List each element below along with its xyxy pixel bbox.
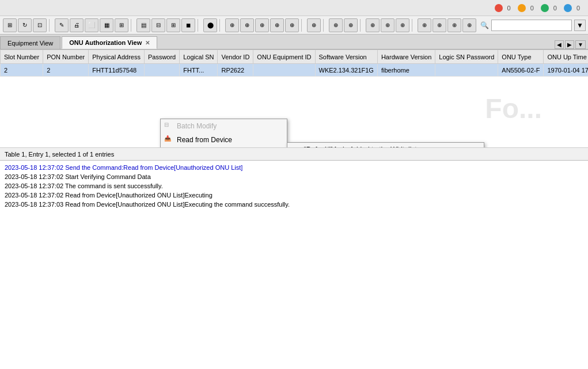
log-line-3: 2023-05-18 12:37:02 The command is sent … [5,181,583,191]
traffic-light-green[interactable] [541,4,549,12]
cell-hardware: fiberhome [377,64,435,77]
toolbar-btn-12[interactable]: ◼ [181,18,195,32]
title-controls: 0 0 0 0 [495,4,584,12]
toolbar-btn-7[interactable]: ▦ [100,18,113,32]
log-line-5: 2023-05-18 12:37:03 Read from Device[Una… [5,200,583,209]
tl-green-label: 0 [553,5,557,12]
submenu: as"Default"Mode Added to the Whitelist a… [287,142,484,147]
submenu-item-default[interactable]: as"Default"Mode Added to the Whitelist [287,143,484,147]
table-container: Slot Number PON Number Physical Address … [0,50,588,147]
toolbar-btn-27[interactable]: ⊕ [447,18,461,32]
watermark: Fo... [485,93,542,124]
toolbar-sep-4 [219,19,223,32]
toolbar-btn-21[interactable]: ⊕ [344,18,358,32]
toolbar-sep-5 [301,19,305,32]
search-dropdown[interactable]: ▼ [574,20,586,31]
traffic-light-red[interactable] [495,4,503,12]
col-pon: PON Number [43,50,89,64]
toolbar-btn-28[interactable]: ⊕ [462,18,476,32]
title-bar: 0 0 0 0 [0,0,588,16]
search-icon: 🔍 [480,21,489,29]
log-line-1: 2023-05-18 12:37:02 Send the Command:Rea… [5,163,583,172]
cell-logic-sn [435,64,498,77]
tab-onu-label: ONU Authorization View [69,39,142,46]
toolbar-btn-9[interactable]: ▤ [136,18,150,32]
read-from-device-icon: 📥 [164,135,173,144]
col-vendor: Vendor ID [218,50,253,64]
menu-item-read-from-device[interactable]: 📥 Read from Device [161,133,287,147]
toolbar-btn-15[interactable]: ⊕ [240,18,254,32]
toolbar-btn-4[interactable]: ✎ [55,18,69,32]
log-line-2: 2023-05-18 12:37:02 Start Verifying Comm… [5,172,583,181]
toolbar-sep-8 [412,19,415,32]
toolbar-btn-18[interactable]: ⊕ [285,18,299,32]
toolbar-sep-3 [198,19,201,32]
toolbar-btn-22[interactable]: ⊕ [366,18,380,32]
toolbar-btn-5[interactable]: 🖨 [70,18,84,32]
col-physical: Physical Address [89,50,145,64]
cell-vendor: RP2622 [218,64,253,77]
col-password: Password [144,50,179,64]
traffic-light-yellow[interactable] [518,4,526,12]
menu-item-batch-modify[interactable]: ⊟ Batch Modify [161,119,287,133]
tab-nav-next[interactable]: ▶ [565,40,574,49]
tab-onu-authorization-view[interactable]: ONU Authorization View ✕ [62,36,157,49]
toolbar-btn-14[interactable]: ⊕ [225,18,239,32]
toolbar-btn-3[interactable]: ⊡ [33,18,47,32]
col-hardware: Hardware Version [377,50,435,64]
toolbar-btn-17[interactable]: ⊕ [270,18,284,32]
tab-close-icon[interactable]: ✕ [145,40,150,46]
menu-item-create-on-device[interactable]: ➕ Create on Device [161,147,287,147]
toolbar-btn-26[interactable]: ⊕ [433,18,446,32]
cell-logical: FHTT... [180,64,218,77]
tl-blue-label: 0 [576,5,580,12]
submenu-default-label: as"Default"Mode Added to the Whitelist [297,146,417,147]
toolbar-btn-13[interactable]: ⬤ [203,18,217,32]
menu-item-read-label: Read from Device [177,136,232,144]
tl-red-label: 0 [507,5,511,12]
toolbar-btn-16[interactable]: ⊕ [255,18,269,32]
toolbar-btn-24[interactable]: ⊕ [396,18,409,32]
tab-equipment-view-label: Equipment View [7,40,53,47]
main-content: Slot Number PON Number Physical Address … [0,50,588,369]
toolbar-btn-8[interactable]: ⊞ [115,18,128,32]
cell-slot: 2 [1,64,43,77]
col-logic-sn: Logic SN Password [435,50,498,64]
tab-nav-prev[interactable]: ◀ [555,40,564,49]
cell-onu-equipment [253,64,315,77]
toolbar-btn-10[interactable]: ⊟ [151,18,165,32]
toolbar-btn-19[interactable]: ⊕ [307,18,321,32]
toolbar-btn-2[interactable]: ↻ [18,18,32,32]
toolbar-btn-1[interactable]: ⊞ [3,18,17,32]
log-line-4: 2023-05-18 12:37:02 Read from Device[Una… [5,191,583,200]
tab-bar: Equipment View ONU Authorization View ✕ … [0,35,588,50]
toolbar-sep-1 [49,19,52,32]
toolbar-btn-11[interactable]: ⊞ [166,18,180,32]
status-text: Table 1, Entry 1, selected 1 of 1 entrie… [5,151,114,158]
table-row[interactable]: 2 2 FHTT11d57548 FHTT... RP2622 WKE2.134… [1,64,589,77]
status-bar: Table 1, Entry 1, selected 1 of 1 entrie… [0,147,588,160]
cell-onu-up-time: 1970-01-04 17:57:37 [544,64,588,77]
data-table: Slot Number PON Number Physical Address … [0,50,588,77]
cell-pon: 2 [43,64,89,77]
traffic-light-blue[interactable] [564,4,572,12]
toolbar-sep-2 [131,19,134,32]
tab-equipment-view[interactable]: Equipment View [0,36,60,49]
toolbar-btn-20[interactable]: ⊕ [329,18,343,32]
tab-nav-menu[interactable]: ▼ [575,40,586,49]
toolbar-btn-6[interactable]: ⬜ [85,18,98,32]
toolbar-sep-6 [323,19,327,32]
tab-nav: ◀ ▶ ▼ [555,40,588,49]
batch-modify-icon: ⊟ [164,121,173,131]
search-input[interactable] [491,20,572,31]
toolbar-btn-23[interactable]: ⊕ [381,18,394,32]
log-area: 2023-05-18 12:37:02 Send the Command:Rea… [0,160,588,369]
table-header-row: Slot Number PON Number Physical Address … [1,50,589,64]
col-software: Software Version [315,50,377,64]
menu-item-batch-modify-label: Batch Modify [177,122,217,130]
toolbar-btn-25[interactable]: ⊕ [418,18,431,32]
cell-software: WKE2.134.321F1G [315,64,377,77]
toolbar-sep-7 [360,19,363,32]
col-onu-equipment: ONU Equipment ID [253,50,315,64]
context-menu: ⊟ Batch Modify 📥 Read from Device ➕ Crea… [160,119,287,147]
